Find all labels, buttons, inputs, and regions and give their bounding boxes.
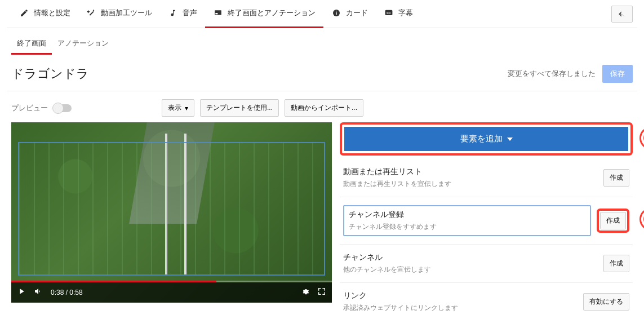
element-title: 動画または再生リスト (343, 167, 598, 177)
create-button[interactable]: 作成 (603, 255, 629, 272)
element-desc: 他のチャンネルを宣伝します (343, 265, 598, 274)
tab-enhancements[interactable]: 動画加工ツール (78, 0, 160, 28)
progress-bar[interactable] (11, 281, 332, 282)
create-button[interactable]: 作成 (600, 212, 626, 229)
tab-label: 音声 (183, 8, 197, 18)
highlight-1: 要素を追加 (340, 122, 633, 156)
player-time: 0:38 / 0:58 (51, 289, 83, 296)
element-subscribe: チャンネル登録 チャンネル登録をすすめます 作成 (340, 197, 633, 245)
callout-2: ② (639, 208, 644, 231)
volume-icon[interactable] (34, 287, 43, 298)
tab-endscreen[interactable]: 終了画面とアノテーション (205, 0, 323, 28)
video-title: ドラゴンドラ (11, 65, 508, 82)
tab-label: 終了画面とアノテーション (228, 8, 316, 18)
settings-icon[interactable] (300, 287, 309, 298)
element-title: リンク (343, 291, 578, 301)
preview-label: プレビュー (11, 103, 48, 113)
display-dropdown[interactable]: 表示▾ (162, 99, 194, 117)
svg-rect-4 (336, 11, 336, 11)
svg-rect-3 (336, 12, 336, 15)
element-video-playlist: 動画または再生リスト 動画または再生リストを宣伝します 作成 (340, 159, 633, 197)
endscreen-overlay[interactable] (18, 142, 325, 276)
create-button[interactable]: 作成 (603, 169, 629, 187)
callout-1: ① (639, 127, 644, 149)
play-icon[interactable] (17, 287, 26, 298)
element-link: リンク 承認済みウェブサイトにリンクします 有効にする (340, 283, 633, 321)
tab-label: 情報と設定 (34, 8, 70, 18)
title-bar: ドラゴンドラ 変更をすべて保存しました 保存 (7, 55, 637, 91)
return-arrow-icon (618, 10, 627, 19)
tab-cards[interactable]: カード (323, 0, 376, 28)
cc-icon: CC (384, 8, 394, 18)
player-controls: 0:38 / 0:58 (11, 282, 332, 303)
add-element-label: 要素を追加 (460, 134, 503, 144)
note-icon (168, 8, 178, 18)
element-title: チャンネル (343, 252, 598, 263)
top-nav: 情報と設定 動画加工ツール 音声 終了画面とアノテーション カード CC 字幕 (7, 0, 637, 28)
sub-nav: 終了画面 アノテーション (7, 28, 637, 55)
add-element-button[interactable]: 要素を追加 (344, 127, 628, 151)
import-button[interactable]: 動画からインポート... (285, 99, 363, 117)
elements-panel: 要素を追加 動画または再生リスト 動画または再生リストを宣伝します 作成 チャン… (340, 122, 633, 321)
display-dropdown-label: 表示 (168, 103, 181, 113)
tab-label: 字幕 (398, 8, 413, 18)
template-button[interactable]: テンプレートを使用... (200, 99, 279, 117)
wand-icon (86, 8, 96, 18)
svg-text:CC: CC (387, 11, 391, 15)
element-desc: 承認済みウェブサイトにリンクします (343, 303, 578, 313)
info-icon (331, 8, 341, 18)
preview-toggle[interactable] (54, 104, 72, 112)
chevron-down-icon: ▾ (185, 104, 188, 112)
element-desc: チャンネル登録をすすめます (349, 222, 585, 232)
element-channel: チャンネル 他のチャンネルを宣伝します 作成 (340, 245, 633, 283)
enable-button[interactable]: 有効にする (583, 293, 629, 311)
video-player[interactable]: 0:38 / 0:58 (11, 122, 332, 303)
tab-subtitles[interactable]: CC 字幕 (376, 0, 421, 28)
fullscreen-icon[interactable] (317, 287, 326, 298)
element-desc: 動画または再生リストを宣伝します (343, 179, 598, 189)
save-status: 変更をすべて保存しました (508, 69, 596, 79)
svg-rect-1 (215, 13, 217, 14)
tab-info-settings[interactable]: 情報と設定 (11, 0, 78, 28)
pencil-icon (19, 8, 29, 18)
endscreen-icon (213, 8, 223, 18)
highlight-2: 作成 (597, 209, 629, 233)
element-title: チャンネル登録 (349, 210, 585, 220)
subtab-endscreen[interactable]: 終了画面 (11, 34, 52, 55)
back-button[interactable] (611, 6, 633, 23)
save-button[interactable]: 保存 (602, 65, 633, 83)
tab-audio[interactable]: 音声 (160, 0, 205, 28)
subtab-annotations[interactable]: アノテーション (52, 34, 114, 55)
chevron-down-icon (507, 138, 513, 141)
tab-label: カード (346, 8, 368, 18)
toolbar: プレビュー 表示▾ テンプレートを使用... 動画からインポート... (7, 91, 637, 122)
tab-label: 動画加工ツール (101, 8, 152, 18)
